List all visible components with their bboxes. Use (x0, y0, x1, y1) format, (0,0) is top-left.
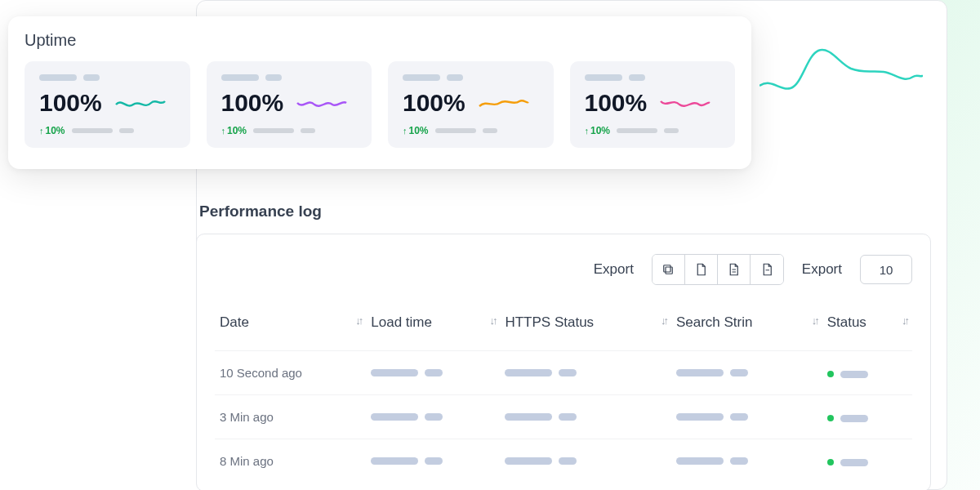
table-toolbar: Export Export 10 (215, 254, 912, 285)
sparkline-icon (115, 93, 166, 113)
sort-icon: ↓↑ (661, 314, 666, 327)
uptime-tile[interactable]: 100% ↑10% (570, 61, 736, 148)
performance-log-title: Performance log (199, 203, 947, 220)
table-row[interactable]: 10 Second ago (215, 351, 912, 395)
arrow-up-icon: ↑ (221, 126, 226, 136)
arrow-up-icon: ↑ (39, 126, 44, 136)
uptime-tile[interactable]: 100% ↑10% (24, 61, 190, 148)
svg-rect-0 (666, 267, 672, 274)
page-size-label: Export (802, 261, 842, 278)
export-sheet-button[interactable] (751, 255, 783, 284)
overview-sparkline (760, 41, 923, 114)
sort-icon: ↓↑ (489, 314, 495, 327)
svg-rect-1 (664, 265, 670, 272)
sparkline-icon (479, 93, 529, 113)
uptime-tile[interactable]: 100% ↑10% (388, 61, 554, 148)
delta-up: ↑10% (39, 125, 65, 136)
status-dot-icon (827, 371, 834, 377)
sort-icon: ↓↑ (812, 314, 817, 327)
table-row[interactable]: 3 Min ago (215, 395, 912, 439)
col-load-time[interactable]: Load time↓↑ (366, 306, 500, 351)
performance-log-card: Export Export 10 (196, 234, 931, 490)
delta-up: ↑10% (221, 125, 247, 136)
col-date[interactable]: Date↓↑ (215, 306, 366, 351)
arrow-up-icon: ↑ (585, 126, 590, 136)
export-label: Export (594, 261, 634, 278)
status-dot-icon (827, 459, 834, 466)
cell-date: 3 Min ago (215, 395, 366, 439)
uptime-value: 100% (221, 89, 284, 117)
delta-up: ↑10% (585, 125, 611, 136)
col-status[interactable]: Status↓↑ (822, 306, 912, 351)
export-format-group (652, 254, 784, 285)
performance-log-section: Performance log Export Export 10 (196, 203, 947, 490)
delta-up: ↑10% (403, 125, 429, 136)
status-dot-icon (827, 415, 834, 421)
arrow-up-icon: ↑ (403, 126, 408, 136)
export-file-button[interactable] (685, 255, 718, 284)
page-size-select[interactable]: 10 (860, 255, 912, 284)
file-icon (693, 262, 708, 277)
uptime-value: 100% (39, 89, 102, 117)
table-row[interactable]: 8 Min ago (215, 439, 912, 483)
uptime-tile[interactable]: 100% ↑10% (207, 61, 372, 148)
sort-icon: ↓↑ (355, 314, 361, 327)
uptime-value: 100% (403, 89, 466, 117)
cell-date: 10 Second ago (215, 351, 366, 395)
uptime-title: Uptime (24, 31, 735, 50)
uptime-value: 100% (585, 89, 648, 117)
col-https-status[interactable]: HTTPS Status↓↑ (500, 306, 670, 351)
sparkline-icon (660, 93, 710, 113)
sort-icon: ↓↑ (902, 314, 907, 327)
copy-icon (661, 262, 675, 277)
document-icon (726, 262, 741, 277)
spreadsheet-icon (760, 262, 774, 277)
cell-date: 8 Min ago (215, 439, 366, 483)
export-doc-button[interactable] (718, 255, 751, 284)
sparkline-icon (296, 93, 347, 113)
col-search-string[interactable]: Search Strin↓↑ (671, 306, 822, 351)
uptime-tiles: 100% ↑10% 100% ↑10% (24, 61, 735, 148)
export-copy-button[interactable] (653, 255, 685, 284)
uptime-card: Uptime 100% ↑10% 100% (8, 16, 751, 169)
performance-table: Date↓↑ Load time↓↑ HTTPS Status↓↑ Search… (215, 306, 912, 483)
